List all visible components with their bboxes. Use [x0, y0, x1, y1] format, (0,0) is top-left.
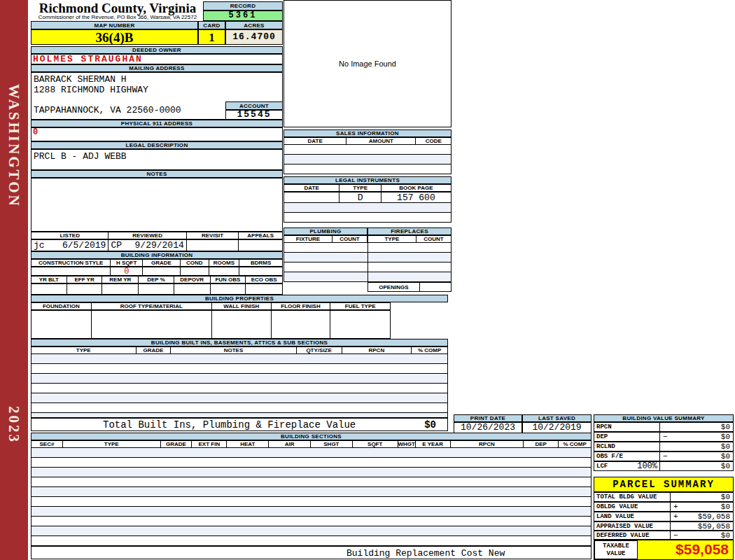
listed-value[interactable]: jc 6/5/2019: [31, 240, 108, 251]
rooms-label: ROOMS: [209, 260, 240, 266]
fixture-label: FIXTURE: [284, 236, 332, 242]
builtins-comp-label: % COMP: [412, 347, 447, 354]
parcel-summary-title: PARCEL SUMMARY: [594, 477, 734, 492]
account-value[interactable]: 15545: [225, 110, 283, 120]
last-saved-value: 10/2/2019: [522, 422, 592, 433]
hsqft-value[interactable]: 0: [111, 267, 143, 275]
instr-type-label: TYPE: [340, 185, 382, 191]
no-image-text: No Image Found: [339, 59, 396, 68]
yrblt-label: YR BLT: [31, 276, 67, 283]
building-sections-empty-rows: [31, 448, 592, 546]
record-value[interactable]: 5361: [203, 10, 283, 21]
floor-finish-value[interactable]: [272, 311, 331, 338]
funobs-value[interactable]: [211, 284, 246, 294]
sec-dep-label: DEP: [524, 441, 559, 447]
print-date-value: 10/26/2023: [454, 422, 522, 433]
wall-finish-label: WALL FINISH: [212, 303, 272, 309]
mailing-line2: 1288 RICHMOND HIGHWAY: [34, 85, 148, 95]
deppct-value[interactable]: [139, 284, 174, 294]
deeded-owner-label: DEEDED OWNER: [31, 46, 283, 54]
grade-label: GRADE: [143, 260, 181, 266]
wall-finish-value[interactable]: [212, 311, 272, 338]
floor-finish-label: FLOOR FINISH: [272, 303, 331, 309]
ecoobs-value[interactable]: [246, 284, 282, 294]
parcel-row-obldg: OBLDG VALUE +$0: [594, 502, 734, 512]
foundation-label: FOUNDATION: [31, 303, 92, 309]
bvs-obsfe-label: OBS F/E: [596, 453, 623, 460]
foundation-value[interactable]: [31, 311, 92, 338]
instr-date-label: DATE: [284, 185, 340, 191]
legal-description-value[interactable]: PRCL B - ADJ WEBB: [31, 149, 283, 170]
remyr-label: REM YR: [102, 276, 139, 283]
sales-information-title: SALES INFORMATION: [284, 130, 451, 137]
obldg-op: +: [673, 503, 682, 511]
acres-value[interactable]: 16.4700: [225, 29, 283, 45]
photo-placeholder: No Image Found: [284, 0, 451, 127]
parcel-row-deferred: DEFERRED VALUE −$0: [594, 531, 734, 540]
remyr-value[interactable]: [102, 284, 139, 294]
spine-county-label: WASHINGTON: [5, 84, 22, 208]
builtins-notes-label: NOTES: [171, 347, 296, 354]
appraised-label: APPRAISED VALUE: [596, 523, 653, 530]
deeded-owner-value[interactable]: HOLMES STRAUGHAN: [31, 54, 283, 64]
rooms-value[interactable]: [209, 267, 240, 275]
taxable-label-line2: VALUE: [606, 550, 625, 558]
notes-value[interactable]: [31, 178, 283, 232]
revisit-value[interactable]: [187, 240, 239, 251]
record-label: RECORD: [203, 1, 283, 10]
taxable-row: TAXABLE VALUE $59,058: [594, 540, 734, 560]
totalbldg-value: $0: [721, 493, 730, 501]
openings-value[interactable]: [420, 283, 451, 291]
depovr-value[interactable]: [174, 284, 211, 294]
bvs-row-dep: DEP −$0: [594, 432, 734, 442]
deppct-label: DEP %: [139, 276, 174, 283]
appeals-value[interactable]: [239, 240, 282, 251]
sec-air-label: AIR: [269, 441, 311, 447]
instrument-row[interactable]: D 157 600: [284, 192, 451, 203]
yrblt-value[interactable]: [31, 284, 67, 294]
reviewed-value[interactable]: CP 9/29/2014: [108, 240, 186, 251]
physical-911-value[interactable]: 0: [31, 127, 283, 141]
bvs-dep-label: DEP: [596, 433, 608, 440]
card-label: CARD: [198, 21, 225, 29]
bvs-obsfe-op: −: [663, 452, 671, 461]
plumbing-title: PLUMBING: [284, 227, 368, 235]
footer-text: Building Replacement Cost New: [346, 548, 505, 559]
cond-value[interactable]: [181, 267, 209, 275]
sec-eyear-label: E YEAR: [416, 441, 451, 447]
sales-amount-label: AMOUNT: [346, 138, 416, 144]
physical-911-label: PHYSICAL 911 ADDRESS: [31, 120, 283, 127]
notes-label: NOTES: [31, 170, 283, 178]
ecoobs-label: ECO OBS: [246, 276, 282, 283]
sales-code-label: CODE: [416, 138, 451, 144]
builtins-type-label: TYPE: [31, 347, 136, 354]
parcel-row-land: LAND VALUE +$59,058: [594, 512, 734, 522]
construction-style-value[interactable]: [31, 267, 111, 275]
map-number-value[interactable]: 36(4)B: [31, 29, 198, 45]
sec-rpcn-label: RPCN: [451, 441, 524, 447]
grade-value[interactable]: [143, 267, 181, 275]
map-number-label: MAP NUMBER: [31, 21, 198, 29]
sec-heat-label: HEAT: [227, 441, 269, 447]
sec-num-label: SEC#: [31, 441, 63, 447]
bvs-dep-op: −: [663, 433, 671, 441]
roof-type-value[interactable]: [92, 311, 212, 338]
deferred-op: −: [673, 531, 682, 540]
last-saved-label: LAST SAVED: [522, 414, 592, 422]
effyr-label: EFF YR: [67, 276, 103, 283]
building-information-title: BUILDING INFORMATION: [31, 251, 283, 259]
property-record-card: WASHINGTON 2023 Richmond County, Virgini…: [0, 0, 735, 560]
effyr-value[interactable]: [67, 284, 103, 294]
fuel-type-value[interactable]: [330, 311, 390, 338]
parcel-row-totalbldg: TOTAL BLDG VALUE $0: [594, 492, 734, 502]
parcel-row-appraised: APPRAISED VALUE $59,058: [594, 522, 734, 531]
footer-row: Building Replacement Cost New: [31, 546, 592, 559]
sales-empty-rows: [284, 145, 451, 174]
listed-date: 6/5/2019: [62, 240, 106, 251]
bdrms-value[interactable]: [239, 267, 282, 275]
legal-description-label: LEGAL DESCRIPTION: [31, 141, 283, 149]
plumbing-fireplace-divider: [368, 243, 368, 282]
bvs-row-rclnd: RCLND $0: [594, 442, 734, 451]
card-value[interactable]: 1: [198, 29, 225, 45]
sec-shgt-label: SHGT: [311, 441, 353, 447]
